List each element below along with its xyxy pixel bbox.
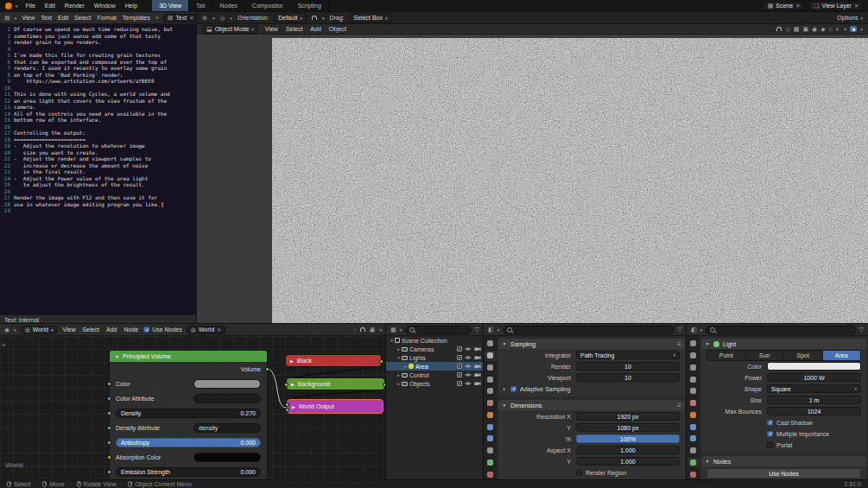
- overlays-icon[interactable]: ◉: [812, 26, 817, 32]
- outliner-row[interactable]: ▸Control✓: [386, 371, 484, 379]
- drag-dropdown[interactable]: Select Box ▾: [350, 13, 392, 22]
- viewport-menu-select[interactable]: Select: [285, 26, 303, 32]
- snapping-magnet-icon[interactable]: [312, 16, 317, 20]
- properties-tab-object[interactable]: [687, 410, 700, 421]
- properties-tab-physics[interactable]: [485, 434, 497, 444]
- properties-tab-object[interactable]: [485, 410, 497, 421]
- text-menu-templates[interactable]: Templates: [122, 15, 151, 21]
- use-nodes-button[interactable]: Use Nodes: [706, 468, 861, 478]
- camera-toggle-icon[interactable]: [474, 364, 481, 369]
- outliner-row[interactable]: ▾Scene Collection: [386, 336, 484, 345]
- properties-tab-constraints[interactable]: [485, 446, 497, 456]
- selectable-checkbox-icon[interactable]: ✓: [457, 346, 462, 352]
- filter-icon[interactable]: ▽: [678, 326, 682, 333]
- properties-tab-material[interactable]: [687, 469, 700, 479]
- text-menu-edit[interactable]: Edit: [57, 15, 69, 21]
- color-swatch[interactable]: [193, 379, 261, 389]
- text-menu-select[interactable]: Select: [73, 15, 92, 21]
- mode-dropdown[interactable]: ⬓ Object Mode ▾: [202, 25, 258, 34]
- node-text-field[interactable]: [193, 394, 261, 403]
- workspace-tab[interactable]: Scripting: [291, 0, 329, 12]
- node-text-field[interactable]: density: [193, 423, 261, 433]
- multiple-importance-checkbox[interactable]: [767, 431, 773, 437]
- properties-search[interactable]: [503, 326, 674, 334]
- use-nodes-checkbox[interactable]: [143, 326, 149, 333]
- properties-tab-render[interactable]: [687, 351, 700, 361]
- viewport-menu-object[interactable]: Object: [328, 26, 347, 32]
- text-menu-view[interactable]: View: [21, 15, 35, 21]
- text-editor-body[interactable]: 1Of course we spend so much time reducin…: [0, 24, 197, 314]
- properties-tab-modifiers[interactable]: [485, 421, 497, 432]
- camera-toggle-icon[interactable]: [474, 346, 481, 352]
- eye-icon[interactable]: [465, 355, 472, 360]
- close-icon[interactable]: ✕: [795, 3, 800, 9]
- view-layer-selector[interactable]: ❏ View Layer ✕: [809, 1, 863, 10]
- outliner-row[interactable]: ▸Objects✓: [386, 379, 484, 388]
- eye-icon[interactable]: [465, 364, 472, 369]
- disclosure-icon[interactable]: ▾: [396, 355, 402, 360]
- resolution-y-field[interactable]: 1080 px: [576, 423, 680, 432]
- properties-tab-material[interactable]: [485, 469, 497, 479]
- workspace-tab[interactable]: Nodes: [213, 0, 245, 12]
- disclosure-icon[interactable]: ▾: [389, 338, 395, 343]
- snapping-magnet-icon[interactable]: [776, 27, 782, 31]
- color-swatch[interactable]: [193, 453, 261, 462]
- close-icon[interactable]: ✕: [854, 3, 858, 9]
- properties-tab-tool[interactable]: [687, 339, 700, 349]
- visibility-filter-icon[interactable]: ▦: [794, 26, 800, 32]
- render-samples-field[interactable]: 10: [576, 362, 680, 371]
- color-input-socket[interactable]: [284, 383, 288, 387]
- pin-icon[interactable]: ◦: [353, 326, 355, 333]
- workspace-tab[interactable]: Compositor: [245, 0, 291, 12]
- node-menu-node[interactable]: Node: [123, 326, 139, 333]
- viewport-samples-field[interactable]: 10: [576, 373, 680, 382]
- properties-tab-view-layer[interactable]: [485, 374, 497, 384]
- gizmos-icon[interactable]: ▣: [802, 26, 808, 32]
- resolution-x-field[interactable]: 1920 px: [576, 412, 680, 421]
- shading-material-icon[interactable]: ◑: [843, 26, 846, 32]
- properties-tab-render[interactable]: [485, 351, 497, 361]
- close-icon[interactable]: ✕: [189, 15, 193, 21]
- collapse-icon[interactable]: ▶: [292, 404, 295, 409]
- light-shape-dropdown[interactable]: Square ▾: [767, 384, 861, 393]
- topbar-menu-help[interactable]: Help: [124, 3, 138, 9]
- sampling-panel-header[interactable]: ▼ Sampling ≡: [498, 339, 685, 349]
- properties-tab-modifiers[interactable]: [687, 421, 700, 432]
- shading-solid-icon[interactable]: ◐: [836, 26, 839, 32]
- disclosure-icon[interactable]: ▸: [396, 372, 402, 377]
- input-socket[interactable]: [107, 470, 111, 474]
- editor-type-icon[interactable]: ▤: [4, 15, 10, 21]
- world-output-node[interactable]: ▶ World Output: [287, 399, 383, 414]
- new-text-button[interactable]: +: [155, 15, 159, 21]
- text-menu-format[interactable]: Format: [97, 15, 117, 21]
- topbar-menu-edit[interactable]: Edit: [44, 3, 56, 9]
- eye-icon[interactable]: [465, 346, 472, 352]
- camera-toggle-icon[interactable]: [474, 372, 481, 377]
- disclosure-icon[interactable]: ▸: [396, 381, 402, 386]
- light-color-swatch[interactable]: [767, 362, 861, 371]
- editor-type-icon[interactable]: ▦: [390, 326, 396, 333]
- active-tool-icon[interactable]: ⊕: [202, 15, 207, 21]
- node-value-slider[interactable]: Anisotropy0.000: [116, 438, 261, 447]
- properties-tab-scene[interactable]: [687, 386, 700, 396]
- dimensions-panel-header[interactable]: ▼ Dimensions ≡: [498, 400, 685, 410]
- properties-tab-physics[interactable]: [687, 434, 700, 444]
- light-size-field[interactable]: 1 m: [767, 396, 861, 404]
- collapse-icon[interactable]: ▶: [291, 382, 295, 387]
- nodes-panel-header[interactable]: ▼ Nodes: [701, 456, 866, 466]
- adaptive-sampling-checkbox[interactable]: [510, 386, 516, 392]
- input-socket[interactable]: [107, 396, 111, 401]
- properties-tab-world[interactable]: [485, 398, 497, 409]
- orientation-dropdown[interactable]: Default ▾: [274, 13, 307, 22]
- cast-shadow-checkbox[interactable]: [767, 420, 773, 426]
- render-region-checkbox[interactable]: [576, 470, 582, 476]
- viewport-menu-view[interactable]: View: [264, 26, 279, 32]
- aspect-y-field[interactable]: 1.000: [576, 457, 680, 466]
- eye-icon[interactable]: [465, 372, 472, 377]
- eye-icon[interactable]: [465, 381, 472, 386]
- node-menu-add[interactable]: Add: [105, 326, 117, 333]
- topbar-menu-render[interactable]: Render: [64, 3, 86, 9]
- use-nodes-toggle[interactable]: Use Nodes: [143, 326, 182, 333]
- light-type-sun[interactable]: Sun: [746, 351, 785, 360]
- input-socket[interactable]: [107, 382, 111, 386]
